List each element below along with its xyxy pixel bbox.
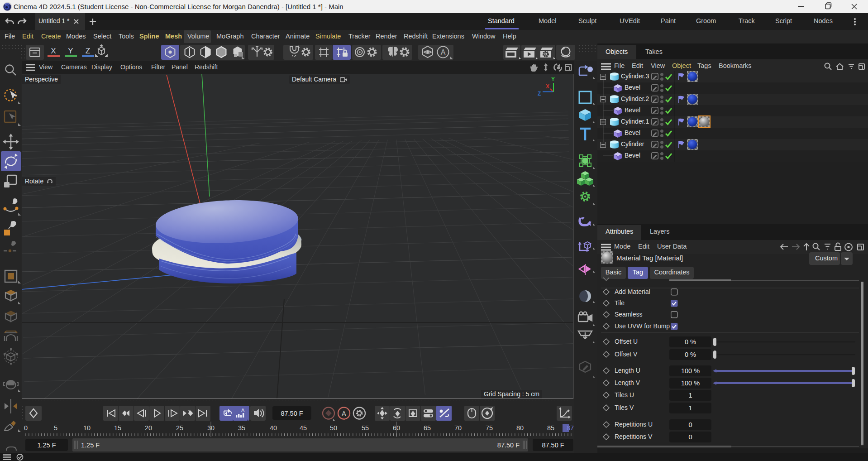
svg-text:40: 40 xyxy=(270,424,277,432)
svg-text:55: 55 xyxy=(362,424,369,432)
svg-text:Y: Y xyxy=(68,47,73,55)
svg-text:87: 87 xyxy=(567,424,574,432)
svg-text:X: X xyxy=(51,47,56,55)
svg-text:87.50 F: 87.50 F xyxy=(497,442,520,449)
svg-text:Y: Y xyxy=(551,76,555,82)
svg-text:Z: Z xyxy=(538,91,541,97)
svg-text:A: A xyxy=(342,410,346,417)
svg-text:80: 80 xyxy=(516,424,524,432)
svg-text:Z: Z xyxy=(86,47,90,55)
svg-text:45: 45 xyxy=(300,424,307,432)
svg-text:5: 5 xyxy=(54,424,57,432)
svg-text:A: A xyxy=(441,48,446,56)
svg-text:A: A xyxy=(241,408,245,413)
svg-text:20: 20 xyxy=(145,424,152,432)
svg-text:65: 65 xyxy=(424,424,431,432)
svg-text:0: 0 xyxy=(24,424,28,432)
svg-text:35: 35 xyxy=(238,424,245,432)
svg-text:25: 25 xyxy=(176,424,183,432)
svg-text:87.50 F: 87.50 F xyxy=(281,410,303,417)
svg-text:X: X xyxy=(546,83,549,90)
svg-text:85: 85 xyxy=(547,424,554,432)
svg-text:1.25 F: 1.25 F xyxy=(37,442,56,449)
svg-text:87.50 F: 87.50 F xyxy=(542,442,564,449)
svg-text:1.25 F: 1.25 F xyxy=(81,442,100,449)
svg-text:10: 10 xyxy=(83,424,91,432)
svg-text:75: 75 xyxy=(486,424,493,432)
svg-text:15: 15 xyxy=(114,424,121,432)
svg-text:50: 50 xyxy=(330,424,337,432)
svg-text:70: 70 xyxy=(454,424,462,432)
